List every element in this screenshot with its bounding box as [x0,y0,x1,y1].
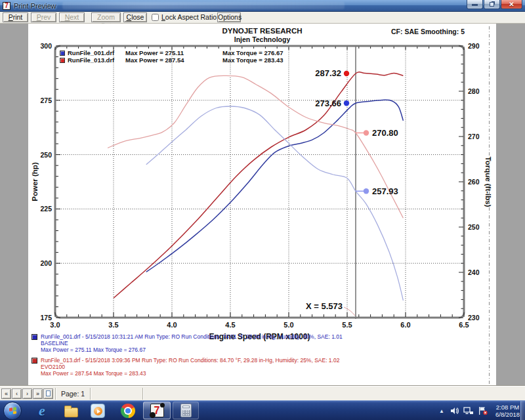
toolbar-button-print[interactable]: Print [3,12,28,22]
taskbar-item-chrome[interactable] [120,403,136,419]
y-left-axis-title: Power (hp) [31,162,39,201]
restore-icon [490,2,494,7]
show-desktop-button[interactable] [520,401,525,420]
run-stats-line: Max Power = 275.11 Max Torque = 276.67 [41,346,343,353]
show-hidden-icons-button[interactable]: ▲ [439,408,444,414]
legend-max-power: Max Power = 287.54 [125,56,222,64]
dyno-chart: 3.03.54.04.55.05.56.06.51752002252502753… [28,24,496,386]
marker-dot-273.66 [344,100,349,106]
taskbar-item-winpep-active[interactable]: 7 [143,402,171,419]
run-label-line: BASELINE [41,340,343,346]
taskbar: e 7 ▲ [0,400,525,420]
y-right-tick-label: 230 [468,314,480,322]
prev-page-button[interactable]: ‹ [12,388,22,399]
restore-button[interactable] [484,0,500,9]
screen: 7 Print Preview ✕ PrintPrevNextZoom OutC… [0,0,525,420]
taskbar-item-calculator[interactable] [173,402,199,419]
run-chip-red [32,358,37,364]
marker-label: 257.93 [372,186,398,196]
y-right-tick-label: 270 [468,133,480,140]
run-info-block: RunFile_001.drf - 5/15/2018 10:31:21 AM … [32,333,343,381]
toolbar-button-zoom-out: Zoom Out [91,12,121,22]
action-center-flag-icon[interactable] [478,406,488,415]
runfile_001-torque-curve [146,106,404,301]
page-margin-line [489,26,490,385]
marker-dot-287.32 [344,71,349,76]
taskbar-item-windows-explorer[interactable] [63,403,79,419]
statusbar: «‹›» Page: 1 [0,386,525,400]
statusbar-panel [91,388,143,400]
x-tick-label: 5.0 [284,321,293,329]
background-window-ghost-title [62,2,345,9]
y-right-tick-label: 240 [468,268,480,276]
cursor-value-label: X = 5.573 [306,301,343,311]
x-tick-label: 6.5 [459,321,469,329]
last-page-button[interactable]: » [33,388,43,399]
preview-client-area: DYNOJET RESEARCH Injen Technology CF: SA… [0,24,525,386]
y-left-tick-label: 200 [40,259,52,267]
run-info-runfile-013: RunFile_013.drf - 5/15/2018 3:09:36 PM R… [32,357,343,377]
app-icon: 7 [3,2,10,10]
marker-label: 273.66 [315,98,341,108]
start-button[interactable] [3,402,22,420]
run-file-line: RunFile_001.drf - 5/15/2018 10:31:21 AM … [41,333,343,340]
close-button[interactable]: ✕ [501,0,522,9]
y-right-axis-title: Torque (ft-lbs) [484,156,492,207]
chrome-icon [121,404,135,418]
legend-file: RunFile_013.drf [68,56,125,64]
taskbar-item-internet-explorer[interactable]: e [34,403,50,419]
toolbar-button-close[interactable]: Close [123,12,147,22]
print-preview-window: 7 Print Preview ✕ PrintPrevNextZoom OutC… [0,0,525,400]
options-button[interactable]: Options [217,12,241,22]
legend-row-runfile-001: RunFile_001.drf Max Power = 275.11 Max T… [60,49,284,56]
first-page-button[interactable]: « [1,388,11,399]
taskbar-item-media-player[interactable] [90,403,106,419]
toolbar: PrintPrevNextZoom OutClose Lock Aspect R… [0,12,525,24]
legend-file: RunFile_001.drf [68,49,125,56]
next-page-button[interactable]: › [22,388,32,399]
winpep-icon: 7 [150,404,164,417]
run-stats-line: Max Power = 287.54 Max Torque = 283.43 [41,370,339,377]
marker-dot-257.93 [364,188,369,194]
x-tick-label: 3.0 [50,321,60,329]
cursor-label-leader [344,307,355,316]
preview-page: DYNOJET RESEARCH Injen Technology CF: SA… [28,24,496,386]
run-chip-blue [32,334,37,340]
run-label-line: EVO2100 [41,364,339,370]
y-right-tick-label: 260 [468,178,480,186]
x-tick-label: 4.5 [225,321,235,329]
page-indicator: Page: 1 [56,388,91,400]
y-left-tick-label: 250 [40,151,52,159]
legend-max-torque: Max Torque = 283.43 [222,56,284,64]
close-icon: ✕ [501,0,522,9]
y-right-tick-label: 280 [468,87,480,95]
page-setup-button[interactable] [43,388,53,399]
lock-aspect-ratio-checkbox[interactable] [152,14,159,21]
x-tick-label: 4.0 [167,321,177,329]
document-icon [46,390,51,396]
chart-legend: RunFile_001.drf Max Power = 275.11 Max T… [60,49,284,64]
x-tick-label: 6.0 [400,321,410,329]
toolbar-button-prev: Prev [31,12,56,22]
legend-chip-red [60,58,65,63]
marker-dot-270.80 [364,130,369,135]
legend-row-runfile-013: RunFile_013.drf Max Power = 287.54 Max T… [60,56,284,64]
internet-explorer-icon: e [39,402,45,419]
runfile_001-power-curve [146,100,404,272]
network-icon[interactable] [463,406,474,415]
volume-icon[interactable] [450,406,459,415]
run-info-runfile-001: RunFile_001.drf - 5/15/2018 10:31:21 AM … [32,333,343,353]
windows-logo-icon [9,407,17,415]
toolbar-button-next: Next [59,12,85,22]
marker-label: 270.80 [372,128,398,138]
minimize-icon [472,4,478,6]
y-left-tick-label: 175 [40,314,52,322]
runfile_013-torque-curve [108,75,403,218]
minimize-button[interactable] [467,0,483,9]
y-left-tick-label: 300 [40,42,52,50]
titlebar: 7 Print Preview ✕ [0,0,525,12]
y-right-tick-label: 250 [468,223,480,231]
legend-max-power: Max Power = 275.11 [125,49,222,56]
taskbar-clock[interactable]: 2:08 PM 6/8/2018 [495,404,520,418]
clock-date: 6/8/2018 [495,411,520,418]
